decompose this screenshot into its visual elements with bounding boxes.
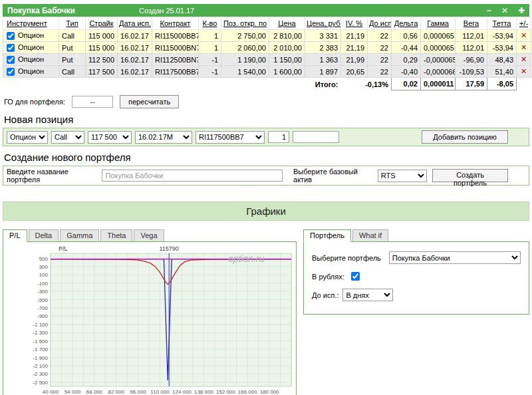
column-header-contract[interactable]: Контракт: [152, 17, 199, 30]
position-checkbox[interactable]: [7, 56, 15, 64]
cell-instrument: Опцион: [3, 42, 59, 54]
column-header-strike[interactable]: Страйк: [86, 17, 118, 30]
chart-tab-vega[interactable]: Vega: [134, 229, 164, 242]
portfolio-name-label: Введите название портфеля: [7, 168, 96, 184]
cell-vega: 112,01: [456, 30, 487, 42]
x-tick-label: 68 000: [86, 389, 103, 395]
cell-days: 22: [368, 54, 392, 66]
y-tick-label: 500: [39, 256, 49, 262]
column-header-iv[interactable]: IV. %: [341, 17, 368, 30]
column-header-gamma[interactable]: Гамма: [421, 17, 456, 30]
np-price-input[interactable]: [293, 131, 339, 143]
cell-instrument: Опцион: [3, 54, 59, 66]
position-row: ОпционPut112 50016.02.17RI112500BN7-11 1…: [3, 54, 531, 66]
column-header-days[interactable]: До исп.: [368, 17, 392, 30]
column-header-instrument[interactable]: Инструмент: [3, 17, 59, 30]
margin-label: ГО для портфеля:: [4, 98, 65, 106]
instrument-label: Опцион: [18, 43, 44, 51]
cell-exp-date: 16.02.17: [118, 30, 152, 42]
cell-open-price: 2 060,00: [221, 42, 269, 54]
np-instrument-select[interactable]: Опцион: [7, 131, 48, 144]
cell-price-rub: 3 331: [305, 30, 341, 42]
np-contract-select[interactable]: RI117500BB7: [196, 131, 265, 144]
cell-delta: 0,29: [392, 54, 421, 66]
cell-qty: -1: [199, 54, 221, 66]
y-tick-label: -2 300: [33, 372, 48, 378]
positions-table: ИнструментТипСтрайкДата исп.КонтрактК-во…: [3, 17, 531, 90]
minimize-icon[interactable]: −: [487, 7, 491, 15]
totals-label: Итого:: [3, 78, 341, 90]
recalculate-button[interactable]: пересчитать: [120, 95, 179, 108]
delete-position-icon[interactable]: ✕: [517, 66, 531, 78]
cell-days: 22: [368, 42, 392, 54]
totals-theta: -8,05: [487, 78, 517, 90]
cell-open-price: 1 190,00: [221, 54, 269, 66]
totals-vega: 17,59: [456, 78, 487, 90]
chart-tab-gamma[interactable]: Gamma: [60, 229, 99, 242]
x-tick-label: 54 000: [65, 389, 81, 395]
column-header-price[interactable]: Цена: [269, 17, 305, 30]
create-portfolio-button[interactable]: Создать портфель: [432, 169, 508, 182]
days-label: До исп.:: [312, 291, 338, 299]
delete-position-icon[interactable]: ✕: [517, 54, 531, 66]
cell-theta: 48,43: [487, 54, 517, 66]
cell-open-price: 2 750,00: [221, 30, 269, 42]
cell-days: 22: [368, 30, 392, 42]
cell-strike: 115 000: [86, 42, 118, 54]
position-checkbox[interactable]: [7, 68, 15, 76]
np-expiry-select[interactable]: 16.02.17M: [135, 131, 192, 144]
cell-strike: 117 500: [86, 66, 118, 78]
cell-vega: -109,53: [456, 66, 487, 78]
chart-tab-pl[interactable]: P/L: [3, 229, 27, 242]
column-header-price-rub[interactable]: Цена, руб.: [305, 17, 341, 30]
days-select[interactable]: В днях: [342, 289, 393, 301]
base-asset-select[interactable]: RTS: [378, 170, 427, 182]
np-type-select[interactable]: Call: [51, 131, 84, 144]
column-header-delta[interactable]: Дельта: [392, 17, 421, 30]
column-header-plus-minus: +/-: [517, 17, 531, 30]
np-strike-select[interactable]: 117 500: [88, 131, 132, 144]
y-tick-label: -1 700: [33, 346, 48, 352]
cell-price: 2 010,00: [269, 42, 305, 54]
cell-price-rub: 1 363: [305, 54, 341, 66]
current-price-label: 115790: [160, 245, 179, 252]
y-tick-label: -1 500: [33, 338, 48, 344]
y-tick-label: -700: [37, 305, 49, 311]
panel-tab-portfolio[interactable]: Портфель: [303, 229, 351, 242]
instrument-label: Опцион: [18, 67, 44, 75]
column-header-qty[interactable]: К-во: [199, 17, 221, 30]
delete-position-icon[interactable]: ✕: [517, 30, 531, 42]
cell-delta: -0,44: [392, 42, 421, 54]
cell-vega: 112,01: [456, 42, 487, 54]
cell-iv: 21,19: [341, 42, 368, 54]
chart-tab-delta[interactable]: Delta: [29, 229, 59, 242]
portfolio-select[interactable]: Покупка Бабочки: [389, 251, 521, 264]
cell-price: 2 810,00: [269, 30, 305, 42]
position-checkbox[interactable]: [7, 44, 15, 52]
column-header-theta[interactable]: Тетта: [487, 17, 517, 30]
cell-type: Put: [59, 42, 86, 54]
add-icon[interactable]: ✚: [518, 7, 525, 15]
cell-vega: -96,90: [456, 54, 487, 66]
titlebar-controls: − ✕ ✚: [487, 7, 525, 15]
cell-instrument: Опцион: [3, 30, 59, 42]
add-position-button[interactable]: Добавить позицию: [422, 130, 508, 144]
y-tick-label: 300: [39, 264, 49, 270]
portfolio-name-input[interactable]: [102, 170, 283, 182]
chart-tab-theta[interactable]: Theta: [100, 229, 132, 242]
portfolio-tabbar: ПортфельWhat if: [303, 229, 529, 241]
column-header-open-price[interactable]: Поз. откр. по: [221, 17, 269, 30]
column-header-vega[interactable]: Вега: [456, 17, 487, 30]
panel-tab-what-if[interactable]: What if: [352, 229, 388, 242]
totals-empty: [517, 78, 531, 90]
column-header-exp-date[interactable]: Дата исп.: [118, 17, 152, 30]
portfolio-panel-body: Выберите портфель Покупка Бабочки В рубл…: [303, 241, 529, 315]
column-header-type[interactable]: Тип: [59, 17, 86, 30]
rubles-checkbox[interactable]: [351, 272, 360, 281]
np-quantity-input[interactable]: [268, 131, 289, 143]
chart-panel: P/LDeltaGammaThetaVega 500300100-100-300…: [3, 229, 297, 395]
y-tick-label: 100: [39, 273, 49, 279]
position-checkbox[interactable]: [7, 32, 15, 40]
delete-position-icon[interactable]: ✕: [517, 42, 531, 54]
close-icon[interactable]: ✕: [501, 7, 508, 15]
